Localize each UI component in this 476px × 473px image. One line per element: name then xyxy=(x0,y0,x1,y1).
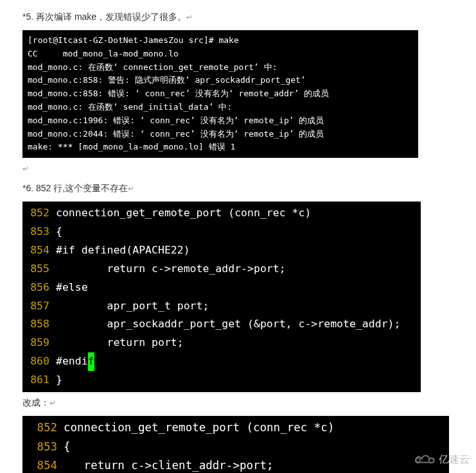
terminal-output-make: [root@Itcast-GZ-DotNet-JamesZou src]# ma… xyxy=(22,30,418,158)
paragraph-changeto: 改成：↵ xyxy=(22,396,454,409)
code-text: { xyxy=(56,223,62,241)
code-line: 855 return c->remote_addr->port; xyxy=(28,260,416,279)
text-changeto: 改成： xyxy=(22,397,49,408)
cloud-icon xyxy=(413,452,436,467)
code-text: #if defined(APACHE22) xyxy=(56,241,190,260)
text-step6: *6. 852 行,这个变量不存在 xyxy=(22,183,128,193)
code-line: 852connection_get_remote_port (conn_rec … xyxy=(28,204,416,223)
code-line: 853{ xyxy=(28,223,416,241)
code-line: 854#if defined(APACHE22) xyxy=(28,241,416,260)
code-text: return port; xyxy=(56,334,184,352)
code-text: return c->client_addr->port; xyxy=(64,456,274,473)
code-text: apr_port_t port; xyxy=(56,297,209,316)
paragraph-blank: ↵ xyxy=(22,162,454,175)
code-line: 854 return c->client_addr->port; xyxy=(30,456,441,473)
code-text: #endi xyxy=(56,352,88,371)
line-number: 853 xyxy=(30,438,57,457)
line-number: 854 xyxy=(30,456,57,473)
code-line: 852connection_get_remote_port (conn_rec … xyxy=(30,418,441,438)
code-text: return c->remote_addr->port; xyxy=(56,260,286,279)
line-number: 855 xyxy=(28,260,49,279)
cursor: f xyxy=(88,352,94,371)
line-number: 852 xyxy=(28,204,49,223)
code-line: 858 apr_sockaddr_port_get (&port, c->rem… xyxy=(28,315,416,334)
linebreak-marker: ↵ xyxy=(186,13,193,22)
code-line: 856#else xyxy=(28,279,416,297)
linebreak-marker: ↵ xyxy=(49,399,56,408)
line-number: 856 xyxy=(28,279,49,297)
code-line: 861} xyxy=(28,371,416,390)
code-text: apr_sockaddr_port_get (&port, c->remote_… xyxy=(56,315,400,334)
line-number: 861 xyxy=(28,371,49,390)
paragraph-step6: *6. 852 行,这个变量不存在↵ xyxy=(22,182,454,195)
code-text: } xyxy=(56,371,62,390)
line-number: 860 xyxy=(28,352,49,371)
code-text: { xyxy=(64,438,71,457)
code-block-modified: 852connection_get_remote_port (conn_rec … xyxy=(22,416,449,473)
linebreak-marker: ↵ xyxy=(22,164,29,173)
text-step5: *5. 再次编译 make，发现错误少了很多。 xyxy=(22,12,186,22)
line-number: 857 xyxy=(28,297,49,316)
paragraph-step5: *5. 再次编译 make，发现错误少了很多。↵ xyxy=(22,10,454,24)
code-text: connection_get_remote_port (conn_rec *c) xyxy=(56,204,311,223)
line-number: 853 xyxy=(28,223,49,241)
code-block-original: 852connection_get_remote_port (conn_rec … xyxy=(22,202,421,392)
code-text: connection_get_remote_port (conn_rec *c) xyxy=(64,418,334,438)
watermark-text: 亿速云 xyxy=(439,453,470,467)
code-text: #else xyxy=(56,279,88,297)
line-number: 852 xyxy=(30,418,57,438)
code-line: 860#endif xyxy=(28,352,416,371)
line-number: 859 xyxy=(28,334,49,352)
line-number: 858 xyxy=(28,315,49,334)
code-line: 853{ xyxy=(30,438,441,457)
line-number: 854 xyxy=(28,241,49,260)
watermark: 亿速云 xyxy=(413,452,470,467)
linebreak-marker: ↵ xyxy=(128,184,134,193)
code-line: 857 apr_port_t port; xyxy=(28,297,416,316)
code-line: 859 return port; xyxy=(28,334,416,352)
